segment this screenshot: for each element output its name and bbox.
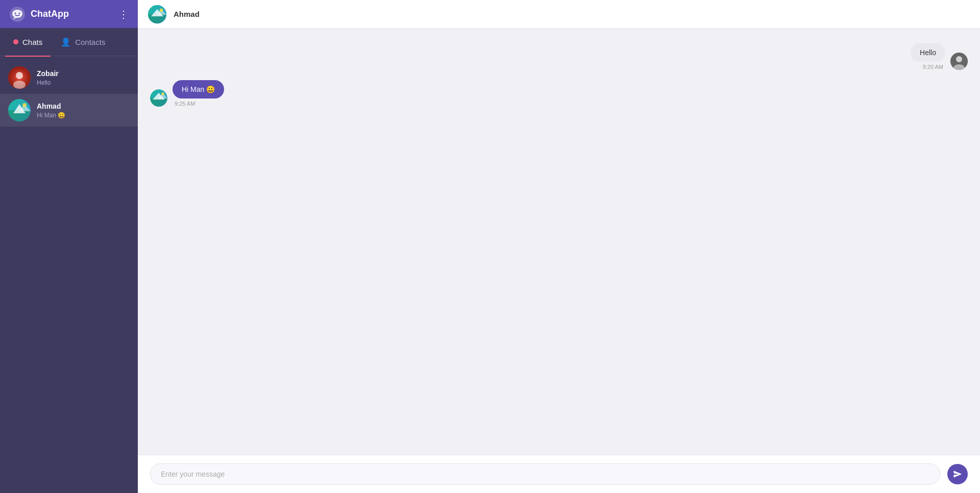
- tab-chats[interactable]: Chats: [5, 34, 51, 51]
- sidebar-menu-icon[interactable]: ⋮: [118, 8, 129, 20]
- msg-time-hello: 9:20 AM: [921, 64, 945, 70]
- msg-avatar-user: [950, 53, 968, 70]
- chat-info-zobair: Zobair Hello: [37, 69, 130, 86]
- user-avatar-img: [950, 53, 968, 70]
- message-row-incoming: Hi Man 😀 9:25 AM: [150, 80, 968, 107]
- contacts-icon: 👤: [61, 37, 71, 47]
- ahmad-msg-avatar-img: [150, 89, 167, 107]
- svg-point-25: [161, 92, 164, 95]
- chat-name-zobair: Zobair: [37, 69, 130, 78]
- chat-preview-ahmad: Hi Man 😀: [37, 112, 130, 119]
- msg-avatar-ahmad: [150, 89, 167, 107]
- chat-item-zobair[interactable]: Zobair Hello: [0, 61, 138, 94]
- avatar-zobair: [8, 66, 31, 89]
- msg-content-incoming: Hi Man 😀 9:25 AM: [173, 80, 224, 107]
- app-logo-area: ChatApp: [9, 6, 69, 22]
- msg-bubble-himan: Hi Man 😀: [173, 80, 224, 98]
- sidebar: ChatApp ⋮ Chats 👤 Contacts: [0, 0, 138, 493]
- send-icon: [953, 470, 962, 479]
- svg-point-7: [13, 81, 26, 89]
- chat-name-ahmad: Ahmad: [37, 102, 130, 110]
- message-input[interactable]: [150, 463, 940, 485]
- chat-input-area: [138, 455, 980, 493]
- msg-bubble-hello: Hello: [911, 43, 945, 62]
- tab-contacts[interactable]: 👤 Contacts: [53, 33, 113, 51]
- app-logo-icon: [9, 6, 26, 22]
- svg-point-2: [15, 12, 16, 14]
- chat-list: Zobair Hello: [0, 56, 138, 493]
- svg-point-3: [19, 12, 20, 14]
- chat-preview-zobair: Hello: [37, 79, 130, 86]
- messages-area: Hello 9:20 AM: [138, 28, 980, 455]
- svg-point-17: [160, 8, 163, 12]
- avatar-zobair-img: [8, 66, 31, 89]
- chat-info-ahmad: Ahmad Hi Man 😀: [37, 102, 130, 119]
- chat-header-avatar: [148, 5, 166, 23]
- svg-point-1: [12, 10, 22, 18]
- sidebar-header: ChatApp ⋮: [0, 0, 138, 28]
- avatar-ahmad: [8, 99, 31, 121]
- app-title: ChatApp: [31, 9, 69, 19]
- chat-header: Ahmad: [138, 0, 980, 28]
- chats-tab-label: Chats: [22, 38, 42, 46]
- send-button[interactable]: [947, 464, 968, 484]
- avatar-ahmad-img: [8, 99, 31, 121]
- message-row-outgoing: Hello 9:20 AM: [150, 43, 968, 70]
- chat-item-ahmad[interactable]: Ahmad Hi Man 😀: [0, 94, 138, 127]
- msg-time-himan: 9:25 AM: [173, 101, 197, 107]
- contacts-tab-label: Contacts: [75, 38, 105, 46]
- chat-header-avatar-img: [148, 5, 166, 23]
- sidebar-tabs: Chats 👤 Contacts: [0, 28, 138, 56]
- chat-header-name: Ahmad: [174, 10, 200, 18]
- svg-point-19: [956, 56, 962, 62]
- chats-tab-dot: [13, 39, 18, 44]
- main-chat: Ahmad Hello 9:20 AM: [138, 0, 980, 493]
- svg-point-12: [22, 103, 27, 107]
- msg-content-outgoing: Hello 9:20 AM: [911, 43, 945, 70]
- svg-point-6: [16, 72, 23, 79]
